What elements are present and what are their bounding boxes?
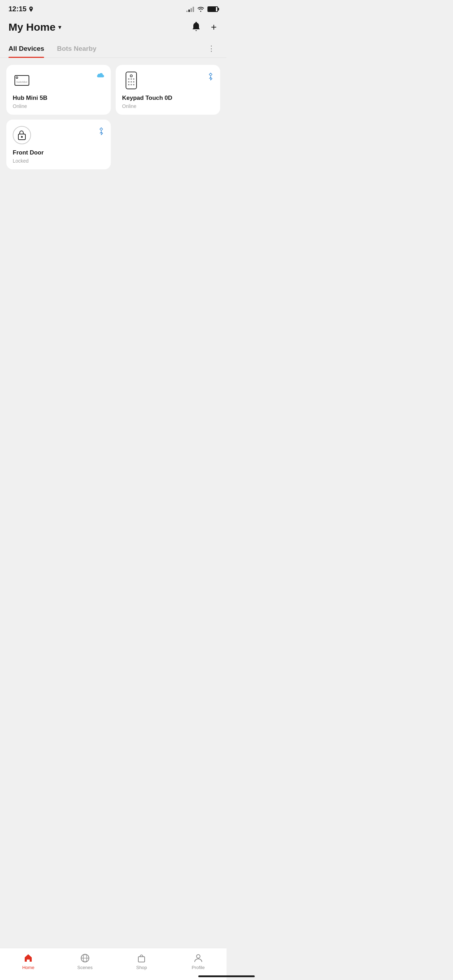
device-card-hub-mini[interactable]: SwitchBot Hub Mini 5B Online	[6, 65, 111, 115]
header-title[interactable]: My Home ▾	[8, 21, 61, 33]
tabs-bar: All Devices Bots Nearby ⋮	[0, 40, 227, 58]
home-title: My Home	[8, 21, 56, 33]
status-time: 12:15	[8, 5, 33, 13]
battery-icon	[207, 6, 218, 12]
svg-point-9	[130, 81, 132, 83]
svg-point-15	[21, 136, 23, 138]
status-bar: 12:15	[0, 0, 227, 16]
plus-icon: +	[211, 22, 217, 32]
wifi-icon	[197, 6, 205, 12]
front-door-status: Locked	[13, 158, 105, 164]
svg-point-5	[128, 78, 129, 80]
svg-point-12	[130, 84, 132, 85]
keypad-status: Online	[122, 103, 214, 109]
svg-text:SwitchBot: SwitchBot	[16, 81, 27, 83]
lock-icon	[13, 126, 31, 144]
header: My Home ▾ +	[0, 16, 227, 40]
signal-bars	[186, 6, 194, 12]
svg-point-1	[16, 77, 18, 79]
tab-all-devices[interactable]: All Devices	[8, 40, 44, 57]
svg-point-13	[133, 84, 134, 85]
device-icon-row: SwitchBot	[13, 71, 105, 90]
chevron-down-icon: ▾	[58, 23, 61, 31]
svg-point-6	[130, 78, 132, 80]
cloud-icon	[97, 73, 105, 78]
location-icon	[29, 6, 33, 12]
keypad-icon	[122, 71, 140, 90]
bell-icon	[191, 22, 201, 32]
hub-mini-icon: SwitchBot	[13, 71, 31, 90]
svg-point-7	[133, 78, 134, 80]
notification-button[interactable]	[190, 21, 202, 34]
tab-bots-nearby[interactable]: Bots Nearby	[57, 40, 96, 57]
device-icon-row	[122, 71, 214, 90]
bluetooth-icon-door	[98, 127, 105, 135]
svg-point-10	[133, 81, 134, 83]
svg-point-11	[128, 84, 129, 85]
add-device-button[interactable]: +	[210, 20, 218, 34]
more-options-button[interactable]: ⋮	[205, 42, 218, 56]
svg-point-8	[128, 81, 129, 83]
svg-rect-3	[126, 72, 137, 89]
signal-bar-4	[192, 7, 194, 12]
status-icons	[186, 6, 218, 12]
hub-mini-status: Online	[13, 103, 105, 109]
hub-mini-name: Hub Mini 5B	[13, 95, 105, 102]
bluetooth-icon	[207, 73, 214, 80]
header-actions: +	[190, 20, 218, 34]
svg-point-4	[130, 75, 132, 77]
device-icon-row	[13, 126, 105, 144]
time-display: 12:15	[8, 5, 27, 13]
device-card-front-door[interactable]: Front Door Locked	[6, 119, 111, 169]
front-door-name: Front Door	[13, 149, 105, 156]
signal-bar-3	[191, 8, 192, 12]
keypad-name: Keypad Touch 0D	[122, 95, 214, 102]
signal-bar-2	[188, 10, 190, 12]
device-grid: SwitchBot Hub Mini 5B Online	[0, 58, 227, 177]
signal-bar-1	[186, 11, 188, 12]
device-card-keypad[interactable]: Keypad Touch 0D Online	[116, 65, 220, 115]
